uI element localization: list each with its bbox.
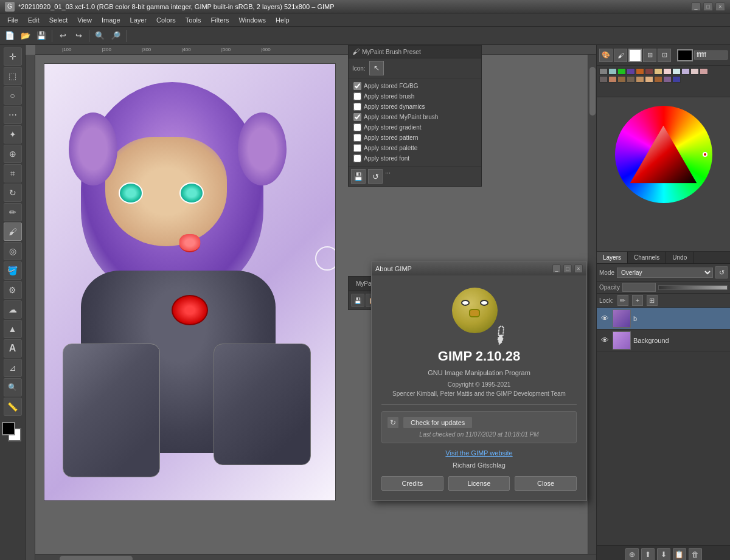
refresh-button[interactable]: ↻	[387, 417, 399, 429]
blend-mode-select[interactable]: Overlay Normal Multiply Screen	[617, 268, 713, 278]
horizontal-scroll-thumb[interactable]	[60, 556, 133, 560]
about-minimize-button[interactable]: _	[552, 264, 561, 273]
opacity-input[interactable]: 100.0	[622, 283, 656, 292]
swatch-rose[interactable]	[690, 68, 699, 75]
layer-row-background[interactable]: 👁 Background	[597, 330, 730, 351]
layer-delete-button[interactable]: 🗑	[689, 548, 702, 561]
swatch-light-teal[interactable]	[672, 68, 681, 75]
brush-brush-checkbox[interactable]	[353, 92, 361, 100]
tab-undo[interactable]: Undo	[666, 252, 693, 263]
brush-pattern-checkbox[interactable]	[353, 134, 361, 142]
swatch-green[interactable]	[617, 68, 626, 75]
menu-item-colors[interactable]: Colors	[151, 15, 181, 25]
swatch-pink[interactable]	[663, 68, 672, 75]
menu-item-select[interactable]: Select	[44, 15, 73, 25]
tool-blur[interactable]: ☁	[4, 300, 22, 319]
layer-add-button[interactable]: ⊕	[625, 548, 639, 561]
vertical-scrollbar[interactable]	[588, 55, 596, 554]
swatch-lavender[interactable]	[681, 68, 690, 75]
horizontal-scrollbar[interactable]	[35, 554, 596, 560]
swatch-brown[interactable]	[636, 68, 644, 75]
brush-icon-cursor[interactable]: ↖	[369, 61, 384, 75]
hex-color-input[interactable]: ffffff	[694, 50, 728, 60]
color-tool-2[interactable]: 🖌	[614, 49, 627, 62]
menu-item-layer[interactable]: Layer	[125, 15, 152, 25]
brush-dynamics-checkbox[interactable]	[353, 103, 361, 111]
tool-by-color-select[interactable]: ⊕	[4, 145, 22, 163]
brush-font-checkbox[interactable]	[353, 154, 361, 162]
tool-paintbrush[interactable]: 🖌	[4, 223, 22, 241]
brush-mypaint-checkbox[interactable]	[353, 113, 361, 121]
tool-ellipse-select[interactable]: ○	[4, 86, 22, 105]
layer-eye-b[interactable]: 👁	[599, 313, 610, 324]
opacity-slider[interactable]	[658, 285, 728, 290]
swatch-purple2[interactable]	[663, 76, 672, 83]
foreground-color[interactable]	[2, 422, 15, 435]
swatch-dark-red[interactable]	[645, 68, 653, 75]
lock-pixels-button[interactable]: ✏	[617, 295, 628, 306]
tool-text[interactable]: A	[4, 339, 22, 358]
color-tool-1[interactable]: 🎨	[599, 49, 613, 62]
close-about-button[interactable]: Close	[515, 476, 577, 491]
mypaint-save-button[interactable]: 💾	[351, 294, 364, 307]
tool-measure[interactable]: 📏	[4, 398, 22, 416]
menu-item-filters[interactable]: Filters	[206, 15, 234, 25]
menu-item-edit[interactable]: Edit	[23, 15, 44, 25]
layer-eye-background[interactable]: 👁	[599, 335, 610, 346]
maximize-button[interactable]: □	[703, 2, 713, 11]
redo-button[interactable]: ↪	[71, 29, 86, 43]
color-tool-white-square[interactable]	[628, 49, 642, 62]
color-tool-3[interactable]: ⊞	[643, 49, 656, 62]
menu-item-file[interactable]: File	[2, 15, 23, 25]
save-file-button[interactable]: 💾	[34, 29, 49, 43]
color-tool-4[interactable]: ⊡	[658, 49, 671, 62]
tool-dodge[interactable]: ▲	[4, 320, 22, 338]
tool-clone[interactable]: ⚙	[4, 281, 22, 299]
swatch-copper[interactable]	[608, 76, 617, 83]
tab-channels[interactable]: Channels	[628, 252, 666, 263]
new-file-button[interactable]: 📄	[2, 29, 17, 43]
swatch-dark-gray[interactable]	[599, 76, 608, 83]
swatch-umber[interactable]	[627, 76, 635, 83]
tool-rotate[interactable]: ↻	[4, 184, 22, 202]
tab-layers[interactable]: Layers	[597, 252, 628, 263]
menu-item-windows[interactable]: Windows	[234, 15, 271, 25]
brush-save-button[interactable]: 💾	[351, 169, 366, 184]
close-button[interactable]: ×	[715, 2, 725, 11]
undo-button[interactable]: ↩	[55, 29, 70, 43]
swatch-tan2[interactable]	[636, 76, 644, 83]
check-updates-button[interactable]: Check for updates	[403, 417, 473, 429]
brush-palette-checkbox[interactable]	[353, 144, 361, 152]
menu-item-tools[interactable]: Tools	[181, 15, 206, 25]
swatch-teal[interactable]	[608, 68, 617, 75]
license-button[interactable]: License	[448, 476, 510, 491]
tool-eraser[interactable]: ◎	[4, 242, 22, 260]
swatch-tan[interactable]	[654, 68, 662, 75]
tool-rect-select[interactable]: ⬚	[4, 67, 22, 85]
color-wheel-triangle[interactable]	[630, 126, 697, 184]
gimp-website-link[interactable]: Visit the GIMP website	[381, 449, 577, 457]
tool-free-select[interactable]: ⋯	[4, 106, 22, 124]
tool-pencil[interactable]: ✏	[4, 203, 22, 221]
layer-row-b[interactable]: 👁 b	[597, 308, 730, 330]
swatch-rust[interactable]	[654, 76, 662, 83]
color-wheel[interactable]	[615, 106, 712, 203]
tool-fill[interactable]: 🪣	[4, 261, 22, 280]
brush-gradient-checkbox[interactable]	[353, 123, 361, 131]
lock-alpha-button[interactable]: ⊞	[647, 295, 658, 306]
swatch-sienna[interactable]	[617, 76, 626, 83]
zoom-in-button[interactable]: 🔎	[108, 29, 123, 43]
about-close-button[interactable]: ×	[574, 264, 583, 273]
menu-item-image[interactable]: Image	[97, 15, 125, 25]
tool-fuzzy-select[interactable]: ✦	[4, 125, 22, 143]
zoom-out-button[interactable]: 🔍	[92, 29, 107, 43]
fg-color-swatch[interactable]	[677, 49, 693, 61]
credits-button[interactable]: Credits	[381, 476, 443, 491]
canvas-image[interactable]	[44, 63, 336, 501]
tool-zoom[interactable]: 🔍	[4, 378, 22, 396]
minimize-button[interactable]: _	[691, 2, 701, 11]
brush-reset-button[interactable]: ↺	[368, 169, 383, 184]
swatch-purple[interactable]	[627, 68, 635, 75]
swatch-peach[interactable]	[645, 76, 653, 83]
menu-item-view[interactable]: View	[72, 15, 97, 25]
